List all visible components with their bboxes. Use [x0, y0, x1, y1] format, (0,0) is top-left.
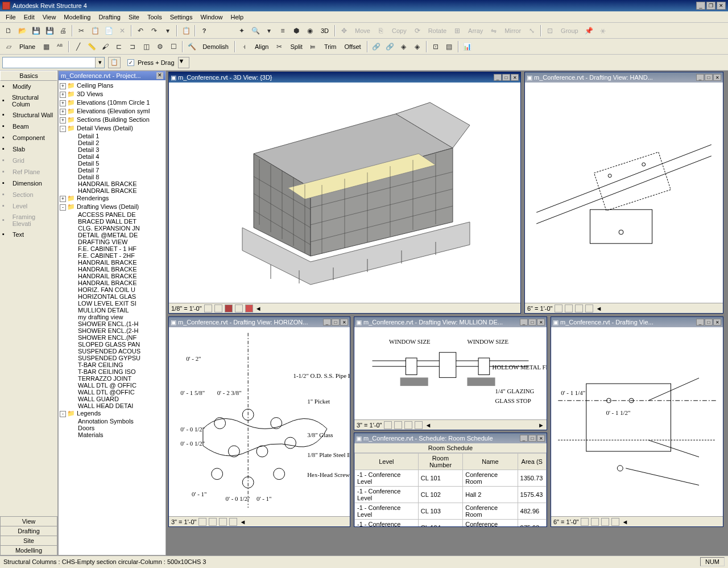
tree-leaf[interactable]: SLOPED GLASS PAN — [70, 341, 164, 348]
filter-button[interactable]: ▤ — [443, 40, 456, 53]
win-close[interactable]: ✕ — [511, 74, 519, 81]
tree-leaf[interactable]: Annotation Symbols — [70, 418, 164, 425]
table-cell[interactable]: CL 101 — [418, 470, 463, 487]
table-cell[interactable]: 1575.43 — [518, 487, 546, 503]
tree-leaf[interactable]: Detail 3 — [70, 146, 164, 153]
minimize-button[interactable]: _ — [696, 2, 705, 10]
unpin-button[interactable]: ⚹ — [597, 24, 609, 37]
win-max[interactable]: □ — [502, 74, 510, 81]
analyze-button[interactable]: 📊 — [461, 40, 474, 53]
tool-beam[interactable]: ▪Beam — [0, 121, 57, 132]
browser-close[interactable]: ✕ — [156, 72, 163, 79]
win-min[interactable]: _ — [696, 74, 704, 81]
tree-node[interactable]: -📁 Drafting Views (Detail) — [60, 203, 164, 211]
spell-button[interactable]: ᴬᴮ — [53, 40, 66, 53]
pin-button[interactable]: 📌 — [583, 24, 595, 37]
window-drafting-hand[interactable]: ▣ m_Conference.rvt - Drafting View: HAND… — [524, 72, 723, 314]
table-cell[interactable]: CL 104 — [418, 520, 463, 527]
vb4[interactable] — [611, 518, 619, 526]
table-cell[interactable]: -1 - Conference Level — [355, 470, 419, 487]
menu-tools[interactable]: Tools — [144, 13, 166, 22]
win-min[interactable]: _ — [494, 74, 502, 81]
zoom-dropdown[interactable]: ▾ — [263, 24, 275, 37]
schedule-header[interactable]: Level — [355, 454, 419, 470]
tree-node[interactable]: +📁 Elevations (10mm Circle 1 — [60, 98, 164, 107]
schedule-header[interactable]: Name — [463, 454, 518, 470]
tab-modelling[interactable]: Modelling — [0, 545, 57, 555]
tree-leaf[interactable]: MULLION DETAIL — [70, 307, 164, 314]
tool-text[interactable]: ▪Text — [0, 229, 57, 240]
win-max[interactable]: □ — [528, 319, 536, 326]
window-3dview[interactable]: ▣ m_Conference.rvt - 3D View: {3D} _□✕ — [168, 72, 521, 314]
close-button[interactable]: ✕ — [717, 2, 726, 10]
draft2-viewport[interactable]: 0' - 1 1/4" 0' - 1 1/2" — [551, 327, 723, 516]
tree-leaf[interactable]: WALL DTL @OFFIC — [70, 389, 164, 396]
table-cell[interactable]: 482.96 — [518, 503, 546, 520]
scale-3d[interactable]: 1/8" = 1'-0" — [171, 305, 202, 312]
vb3[interactable] — [219, 518, 227, 526]
unjoin-button[interactable]: ⊐ — [126, 40, 139, 53]
tree-leaf[interactable]: HANDRAIL BRACKE — [70, 187, 164, 194]
tree-leaf[interactable]: HANDRAIL BRACKE — [70, 273, 164, 279]
split-button[interactable]: Split — [287, 42, 305, 51]
tree-leaf[interactable]: HANDRAIL BRACKE — [70, 266, 164, 273]
vb-model[interactable] — [214, 304, 222, 312]
rotate-button[interactable]: Rotate — [425, 26, 450, 35]
table-row[interactable]: -1 - Conference LevelCL 103Conference Ro… — [355, 503, 547, 520]
interfere-button[interactable]: ⊡ — [429, 40, 442, 53]
win-close[interactable]: ✕ — [537, 319, 545, 326]
tree-leaf[interactable]: HANDRAIL BRACKE — [70, 259, 164, 266]
scroll-left[interactable]: ◄ — [595, 305, 602, 312]
schedule-table[interactable]: LevelRoom NumberNameArea (S -1 - Confere… — [354, 453, 547, 526]
thinlines-button[interactable]: ≡ — [276, 24, 289, 37]
table-cell[interactable]: -1 - Conference Level — [355, 503, 419, 520]
win-close[interactable]: ✕ — [713, 319, 721, 326]
vb3[interactable] — [404, 421, 412, 429]
tree-expand[interactable]: + — [60, 83, 66, 89]
trim-button[interactable]: Trim — [321, 42, 340, 51]
tree-leaf[interactable]: DETAIL @METAL DE — [70, 232, 164, 238]
shade-button[interactable]: ⬢ — [290, 24, 303, 37]
paint-button[interactable]: 🖌 — [99, 40, 111, 53]
3d-viewport[interactable] — [169, 83, 520, 303]
tree-node[interactable]: +📁 Sections (Building Section — [60, 116, 164, 124]
win-max[interactable]: □ — [705, 74, 713, 81]
save-button[interactable]: 💾 — [30, 24, 42, 37]
tree-leaf[interactable]: Detail 7 — [70, 167, 164, 174]
win-close[interactable]: ✕ — [713, 74, 721, 81]
menu-edit[interactable]: Edit — [20, 13, 38, 22]
link2-button[interactable]: 🔗 — [384, 40, 396, 53]
win-max[interactable]: □ — [528, 435, 536, 442]
win-min[interactable]: _ — [323, 319, 331, 326]
print-button[interactable]: 🖨 — [57, 24, 69, 37]
win-max[interactable]: □ — [705, 319, 713, 326]
tree-leaf[interactable]: HORIZ. FAN COIL U — [70, 286, 164, 293]
tree-leaf[interactable]: HORIZONTAL GLAS — [70, 293, 164, 300]
scroll-left[interactable]: ◄ — [425, 422, 431, 429]
vb1[interactable] — [581, 518, 589, 526]
menu-help[interactable]: Help — [228, 13, 247, 22]
tab-site[interactable]: Site — [0, 536, 57, 546]
scale-draft[interactable]: 6" = 1'-0" — [527, 305, 552, 312]
tree-node[interactable]: +📁 Elevations (Elevation syml — [60, 107, 164, 116]
tree-expand[interactable]: - — [60, 411, 66, 417]
tape-button[interactable]: 📏 — [85, 40, 98, 53]
tree-node[interactable]: -📁 Detail Views (Detail) — [60, 124, 164, 133]
mirror-button[interactable]: Mirror — [501, 26, 524, 35]
table-row[interactable]: -1 - Conference LevelCL 101Conference Ro… — [355, 470, 547, 487]
schedule-content[interactable]: Room Schedule LevelRoom NumberNameArea (… — [354, 443, 547, 526]
undo-button[interactable]: ↶ — [134, 24, 147, 37]
restore-button[interactable]: ❐ — [706, 2, 715, 10]
align-button[interactable]: Align — [251, 42, 272, 51]
draft-viewport[interactable] — [525, 83, 723, 303]
table-cell[interactable]: -1 - Conference Level — [355, 487, 419, 503]
table-cell[interactable]: 1350.73 — [518, 470, 546, 487]
tree-leaf[interactable]: SHOWER ENCL.(NF — [70, 334, 164, 341]
tool-structural-colum[interactable]: ▪Structural Colum — [0, 92, 57, 109]
tree-leaf[interactable]: Doors — [70, 425, 164, 431]
tree-expand[interactable]: + — [60, 196, 66, 202]
plane-button[interactable]: Plane — [16, 42, 39, 51]
horiz-viewport[interactable]: 0' - 2" 0' - 1 5/8" 0' - 2 3/8" 1-1/2" O… — [169, 327, 350, 516]
copy2-button[interactable]: Copy — [388, 26, 410, 35]
group-button[interactable]: Group — [557, 26, 582, 35]
